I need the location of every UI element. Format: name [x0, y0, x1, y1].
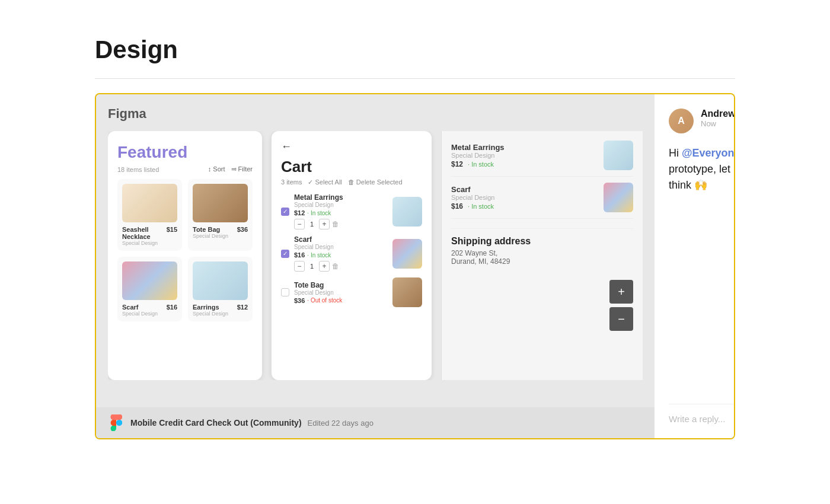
list-item[interactable]: Earrings Special Design $12: [188, 257, 253, 321]
detail-earring-thumb: [604, 141, 633, 170]
tote-image: [193, 184, 248, 222]
detail-item-sub: Special Design: [451, 152, 505, 159]
comment-panel: A Andrew Now RESOLVE ⋮ Hi @Everyone! Her…: [655, 94, 735, 438]
items-listed-text: 18 items listed: [117, 166, 159, 173]
qty-increase-btn[interactable]: +: [319, 261, 330, 272]
list-item[interactable]: Tote Bag Special Design $36: [188, 179, 253, 251]
cart-title: Cart: [281, 158, 422, 176]
cart-item-price: $12: [294, 209, 305, 216]
commenter-name: Andrew: [701, 109, 735, 119]
product-row: Earrings Special Design $12: [193, 304, 248, 317]
comment-body: Hi @Everyone! Here's the prototype, let …: [669, 145, 735, 390]
shipping-title: Shipping address: [451, 236, 633, 247]
avatar-image: A: [669, 109, 694, 133]
product-info: Tote Bag Special Design: [193, 226, 228, 239]
product-price: $12: [237, 304, 248, 311]
reply-area: Write a reply... REPLY: [669, 404, 735, 424]
product-name: Scarf: [122, 304, 158, 311]
cart-item: Tote Bag Special Design $36 · Out of sto…: [281, 277, 422, 307]
shipping-address-line2: Durand, MI, 48429: [451, 257, 633, 266]
zoom-in-button[interactable]: +: [609, 280, 633, 304]
qty-decrease-btn[interactable]: −: [294, 219, 305, 229]
in-stock-badge: · In stock: [307, 252, 331, 259]
product-sub: Special Design: [122, 311, 158, 317]
list-item[interactable]: Seashell Necklace Special Design $15: [117, 179, 182, 251]
comment-mention[interactable]: @Everyone: [682, 147, 735, 159]
filter-label[interactable]: ⥤ Filter: [231, 165, 253, 173]
detail-price: $12: [451, 160, 463, 168]
main-card: Figma Featured 18 items listed ↕ Sort ⥤ …: [95, 93, 735, 439]
qty-control: − 1 + 🗑: [294, 261, 388, 272]
detail-in-stock: · In stock: [468, 203, 494, 210]
product-info: Seashell Necklace Special Design: [122, 226, 167, 246]
page-title: Design: [95, 36, 735, 64]
product-name: Tote Bag: [193, 226, 228, 233]
detail-item-name: Scarf: [451, 185, 494, 194]
cart-checkbox-checked[interactable]: ✓: [281, 250, 289, 258]
tote-thumbnail: [392, 277, 422, 307]
cart-item-info: Metal Earrings Special Design $12 · In s…: [294, 193, 388, 229]
product-info: Scarf Special Design: [122, 304, 158, 317]
detail-price-row: $16 · In stock: [451, 202, 494, 210]
zoom-out-button[interactable]: −: [609, 307, 633, 331]
in-stock-badge: · In stock: [307, 210, 331, 216]
commenter-info: Andrew Now: [701, 109, 735, 128]
cart-meta: 3 items ✓ Select All 🗑 Delete Selected: [281, 178, 422, 186]
shipping-address-line1: 202 Wayne St,: [451, 249, 633, 257]
product-name: Earrings: [193, 304, 228, 311]
delete-selected-btn[interactable]: 🗑 Delete Selected: [348, 178, 403, 186]
cart-item-name: Scarf: [294, 235, 388, 244]
product-price: $15: [167, 226, 177, 233]
featured-title: Featured: [117, 143, 253, 162]
cart-checkbox-empty[interactable]: [281, 288, 289, 296]
delete-icon[interactable]: 🗑: [332, 220, 339, 228]
cart-item: ✓ Scarf Special Design $16 · In stock −: [281, 235, 422, 272]
cart-item: ✓ Metal Earrings Special Design $12 · In…: [281, 193, 422, 229]
detail-item-name: Metal Earrings: [451, 143, 505, 152]
qty-value: 1: [307, 221, 317, 228]
detail-item-info: Metal Earrings Special Design $12 · In s…: [451, 143, 505, 168]
out-of-stock-badge: · Out of stock: [307, 297, 342, 304]
detail-scarf-thumb: [604, 183, 633, 212]
figma-area: Figma Featured 18 items listed ↕ Sort ⥤ …: [96, 94, 655, 438]
scarf-image: [122, 261, 177, 300]
cart-checkbox-checked[interactable]: ✓: [281, 208, 289, 216]
cart-item-price: $16: [294, 251, 305, 259]
check-mark-icon: ✓: [283, 250, 288, 257]
qty-decrease-btn[interactable]: −: [294, 261, 305, 272]
sort-label[interactable]: ↕ Sort: [208, 165, 225, 173]
select-all-btn[interactable]: ✓ Select All: [308, 178, 341, 186]
list-item[interactable]: Scarf Special Design $16: [117, 257, 182, 321]
cart-item-sub: Special Design: [294, 244, 388, 250]
delete-icon[interactable]: 🗑: [332, 262, 339, 270]
items-listed-row: 18 items listed ↕ Sort ⥤ Filter: [117, 165, 253, 173]
necklace-image: [122, 184, 177, 222]
cart-item-price: $36: [294, 297, 305, 304]
cart-item-price-row: $36 · Out of stock: [294, 297, 388, 304]
detail-price: $16: [451, 202, 463, 210]
detail-row: Scarf Special Design $16 · In stock: [451, 183, 633, 219]
commenter-time: Now: [701, 119, 735, 128]
cart-item-sub: Special Design: [294, 289, 388, 296]
check-mark-icon: ✓: [283, 208, 288, 215]
cart-item-price-row: $16 · In stock: [294, 251, 388, 259]
shipping-section: Shipping address 202 Wayne St, Durand, M…: [451, 228, 633, 266]
detail-in-stock: · In stock: [468, 161, 494, 168]
figma-mockup: Featured 18 items listed ↕ Sort ⥤ Filter: [108, 131, 643, 380]
qty-increase-btn[interactable]: +: [319, 219, 330, 229]
cart-item-info: Tote Bag Special Design $36 · Out of sto…: [294, 281, 388, 304]
product-sub: Special Design: [122, 240, 167, 246]
cart-item-sub: Special Design: [294, 202, 388, 208]
product-price: $36: [237, 226, 248, 233]
cart-item-info: Scarf Special Design $16 · In stock − 1 …: [294, 235, 388, 272]
zoom-controls: + −: [451, 280, 633, 331]
cart-screen: ← Cart 3 items ✓ Select All 🗑 Delete Sel…: [272, 131, 432, 380]
qty-control: − 1 + 🗑: [294, 219, 388, 229]
cart-item-name: Metal Earrings: [294, 193, 388, 202]
back-icon[interactable]: ←: [281, 141, 422, 153]
reply-input[interactable]: Write a reply...: [669, 414, 735, 424]
figma-logo-icon: [108, 414, 124, 431]
product-row: Seashell Necklace Special Design $15: [122, 226, 177, 246]
filter-sort: ↕ Sort ⥤ Filter: [208, 165, 253, 173]
figma-label: Figma: [108, 106, 643, 122]
